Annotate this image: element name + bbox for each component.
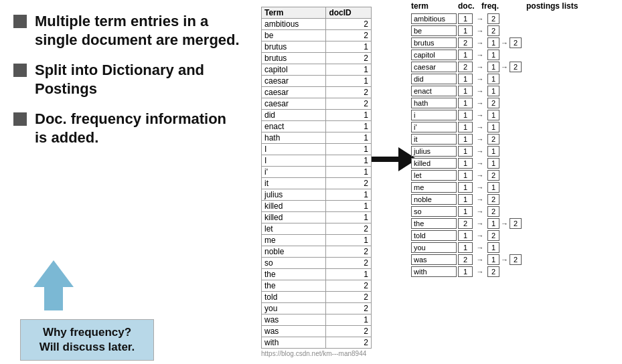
dict-term: julius [411,146,457,157]
docid-cell: 1 [326,212,372,223]
docid-cell: 1 [326,64,372,76]
dict-row: julius1→1 [408,146,622,157]
post-box: 2 [487,230,499,241]
posts-list: 2 [487,230,499,241]
docid-cell: 2 [326,258,372,269]
posts-list: 1→2 [487,218,522,229]
post-chain-arrow: → [499,256,510,264]
posts-list: 2 [487,25,499,36]
post-box: 1 [487,50,499,60]
dict-doc: 1 [458,230,473,241]
table-row: with2 [262,337,372,349]
table-row: was2 [262,326,372,337]
dict-row: was2→1→2 [408,254,622,265]
docid-cell: 2 [326,292,372,303]
docid-cell: 1 [326,110,372,121]
table-row: caesar2 [262,98,372,110]
table-row: hath1 [262,132,372,144]
dict-doc: 2 [458,254,473,265]
col-docid-header: docID [326,7,372,19]
table-row: i'1 [262,167,372,178]
docid-cell: 2 [326,178,372,189]
dict-arrow: → [473,51,487,59]
docid-cell: 1 [326,314,372,326]
table-row: did1 [262,110,372,121]
post-box: 1 [487,122,499,132]
table-row: I1 [262,155,372,167]
posts-list: 1→2 [487,37,522,48]
table-row: brutus1 [262,41,372,53]
posts-list: 2 [487,206,499,217]
post-box: 1 [487,242,499,253]
dict-term: me [411,182,457,193]
dict-doc: 1 [458,170,473,181]
dict-row: let1→2 [408,170,622,181]
dict-row: me1→1 [408,182,622,193]
term-cell: with [262,337,326,349]
post-chain-arrow: → [499,219,510,227]
dict-row: brutus2→1→2 [408,37,622,48]
term-cell: caesar [262,76,326,87]
bullet-text-1: Multiple term entries in a single docume… [35,12,241,49]
dict-term: did [411,74,457,84]
dict-row: you1→1 [408,242,622,253]
dict-term: you [411,242,457,253]
post-box: 2 [487,194,499,205]
post-box: 1 [487,37,499,48]
dict-arrow: → [473,244,487,252]
posts-list: 1 [487,86,499,96]
docid-cell: 2 [326,223,372,235]
dict-arrow: → [473,159,487,167]
table-row: enact1 [262,121,372,132]
post-box-extra: 2 [510,254,522,265]
dict-term: i [411,110,457,120]
arrow-up-triangle [33,260,74,287]
left-panel: Multiple term entries in a single docume… [0,0,254,364]
dict-row: killed1→1 [408,158,622,169]
dict-row: hath1→2 [408,98,622,108]
dict-doc: 1 [458,25,473,36]
dict-doc: 1 [458,206,473,217]
dict-doc: 1 [458,110,473,120]
docid-cell: 2 [326,30,372,41]
table-row: I1 [262,144,372,155]
table-row: capitol1 [262,64,372,76]
term-cell: hath [262,132,326,144]
callout-box: Why frequency?Will discuss later. [20,319,154,361]
right-panel: term doc. freq. postings lists ambitious… [408,0,622,364]
posts-list: 1→2 [487,254,522,265]
docid-cell: 1 [326,155,372,167]
dict-term: enact [411,86,457,96]
term-cell: me [262,235,326,246]
dict-term: killed [411,158,457,169]
col-term-header: Term [262,7,326,19]
table-row: was1 [262,314,372,326]
term-cell: the [262,280,326,292]
dict-row: told1→2 [408,230,622,241]
term-cell: caesar [262,98,326,110]
table-row: killed1 [262,212,372,223]
bullet-item-1: Multiple term entries in a single docume… [13,12,241,49]
posts-list: 2 [487,134,499,145]
bullet-icon-3 [13,112,27,126]
dict-term: was [411,254,457,265]
dict-row: ambitious1→2 [408,13,622,24]
dict-row: i'1→1 [408,122,622,132]
post-box: 1 [487,110,499,120]
post-box-extra: 2 [510,62,522,72]
term-cell: caesar [262,87,326,98]
bullet-icon-2 [13,64,27,77]
posts-list: 1 [487,242,499,253]
bullet-item-3: Doc. frequency information is added. [13,110,241,147]
posts-list: 1 [487,50,499,60]
header-posts: postings lists [526,1,622,11]
middle-table: Term docID ambitious2be2brutus1brutus2ca… [261,7,372,349]
header-doc: doc. [458,1,481,11]
dict-row: with1→2 [408,266,622,277]
header-term: term [411,1,458,11]
dict-term: the [411,218,457,229]
post-box: 2 [487,266,499,277]
term-cell: be [262,30,326,41]
post-box: 2 [487,134,499,145]
dict-row: i1→1 [408,110,622,120]
